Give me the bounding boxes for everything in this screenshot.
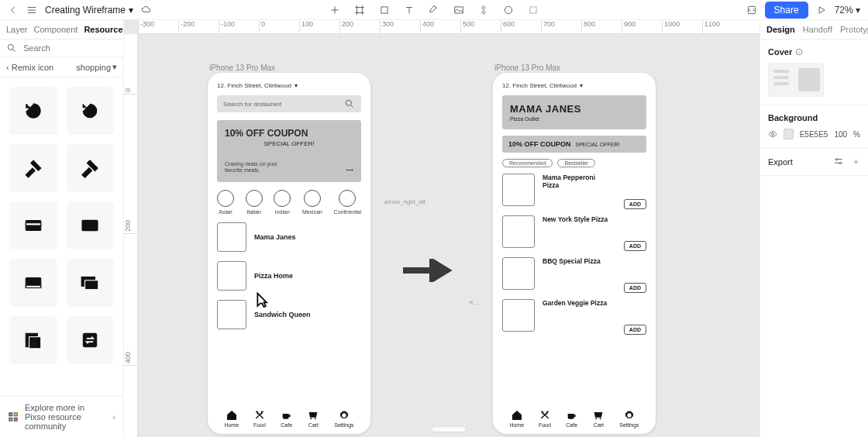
restaurant-subtitle: Pizza Outlet [510,116,639,122]
frame-a[interactable]: 12. Finch Street, Clintwood ▾ Search for… [208,73,370,434]
frame-a-label[interactable]: iPhone 13 Pro Max [209,64,275,72]
address-bar[interactable]: 12. Finch Street, Clintwood ▾ [217,82,361,89]
nav-item-cart[interactable]: Cart [592,409,604,428]
restaurant-header: MAMA JANES Pizza Outlet [502,95,646,129]
svg-rect-20 [9,413,12,416]
restaurant-row[interactable]: Mama Janes [217,222,361,252]
restaurant-row[interactable]: Sandwich Queen [217,300,361,329]
bg-opacity-value[interactable]: 100 [834,130,847,139]
chevron-down-icon: ▾ [294,82,298,89]
category-item[interactable]: Continental [334,190,361,215]
add-button[interactable]: ADD [624,325,646,335]
chevron-right-icon: › [112,412,115,422]
add-button[interactable]: ADD [624,199,646,209]
breadcrumb-back[interactable]: ‹ Remix icon [6,63,53,72]
coupon-banner[interactable]: 10% OFF COUPON SPECIAL OFFER! Craving de… [217,120,361,182]
icon-card-auction-fill[interactable] [9,144,57,192]
nav-item-food[interactable]: Food [539,409,551,428]
tab-design[interactable]: Design [766,25,795,34]
component-tool-icon[interactable] [478,5,489,15]
tab-layer[interactable]: Layer [6,25,28,34]
nav-item-home[interactable]: Home [224,409,239,428]
add-button[interactable]: ADD [624,241,646,251]
icon-card-bankcard-line[interactable] [67,201,115,249]
tab-handoff[interactable]: Handoff [803,25,832,34]
svg-point-2 [505,6,512,13]
tab-resource[interactable]: Resource [84,25,122,34]
nav-item-cafe[interactable]: Cafe [281,409,293,428]
add-export-icon[interactable]: ＋ [852,156,860,167]
svg-rect-10 [83,221,98,231]
icon-card-auction-line[interactable] [67,144,115,192]
icon-card-24h-fill[interactable]: 24 [9,87,57,135]
nav-item-settings[interactable]: Settings [334,409,353,428]
back-icon[interactable] [8,5,19,15]
document-title[interactable]: Creating Wireframe ▾ [45,5,133,15]
nav-item-cart[interactable]: Cart [307,409,319,428]
svg-rect-3 [530,6,536,12]
pen-tool-icon[interactable] [429,5,439,15]
icon-card-coins-fill[interactable]: $ [9,316,57,364]
export-settings-icon[interactable] [833,156,844,167]
svg-point-26 [772,133,774,136]
nav-item-food[interactable]: Food [253,409,266,428]
frame-b-label[interactable]: iPhone 13 Pro Max [494,64,560,72]
icon-card-exchange-fill[interactable] [67,316,115,364]
share-button[interactable]: Share [765,2,808,19]
zoom-level[interactable]: 72% ▾ [835,5,860,15]
text-tool-icon[interactable] [404,5,415,15]
icon-card-bankcard2-fill[interactable] [9,259,57,307]
address-bar[interactable]: 12. Finch Street, Clintwood ▾ [502,82,646,89]
tab-prototype[interactable]: Prototype [840,25,868,34]
restaurant-row[interactable]: Pizza Home [217,261,361,291]
menu-icon[interactable] [26,5,37,15]
slice-tool-icon[interactable] [528,5,539,15]
horizontal-ruler: -300-200-1000100200300400500600700800900… [138,20,760,34]
filter-chip[interactable]: Bestseller [557,159,595,167]
horizontal-scroll-indicator[interactable] [431,426,467,432]
image-tool-icon[interactable] [453,5,464,15]
category-item[interactable]: Indian [274,190,291,215]
ellipse-tool-icon[interactable] [503,5,514,15]
arrow-right-icon: ⟶ [346,167,353,174]
top-toolbar: Creating Wireframe ▾ Share 72% ▾ [0,0,868,20]
icon-card-bankcard-fill[interactable] [9,201,57,249]
right-panel: Design Handoff Prototype Cover Backgroun… [760,20,868,437]
menu-image [502,299,535,332]
nav-item-settings[interactable]: Settings [619,409,639,428]
frame-tool-icon[interactable] [354,5,365,15]
cloud-sync-icon[interactable] [141,5,152,15]
dev-mode-icon[interactable] [746,5,757,15]
resource-footer[interactable]: Explore more in Pixso resource community… [0,396,123,437]
search-field[interactable]: Search for restaurant [217,95,361,112]
add-tool-icon[interactable] [329,5,340,15]
bg-color-hex[interactable]: E5E5E5 [800,130,828,139]
frame-b[interactable]: 12. Finch Street, Clintwood ▾ MAMA JANES… [493,73,656,434]
menu-name: BBQ Special Pizza [542,257,601,265]
nav-item-home[interactable]: Home [509,409,524,428]
shape-tool-icon[interactable] [379,5,390,15]
coupon-footer-text: Craving deals on your favorite meals. [225,161,294,174]
canvas-area[interactable]: -300-200-1000100200300400500600700800900… [124,20,760,437]
info-icon[interactable] [795,48,803,56]
visibility-toggle-icon[interactable] [768,129,777,139]
category-item[interactable]: Mexican [302,190,322,215]
add-button[interactable]: ADD [624,283,646,293]
category-item[interactable]: Italian [246,190,263,215]
filter-chip[interactable]: Recommended [502,159,553,167]
icon-card-cash-fill[interactable]: $ [67,259,115,307]
chevron-down-icon: ▾ [580,82,583,89]
nav-item-cafe[interactable]: Cafe [566,409,578,428]
icon-card-24h-line[interactable]: 24 [67,87,115,135]
menu-row: Mama Pepperoni PizzaADD [502,174,646,206]
coupon-banner-thin[interactable]: 10% OFF COUPON SPECIAL OFFER! [502,136,646,153]
category-item[interactable]: Asian [217,190,234,215]
resource-search-input[interactable] [22,43,132,53]
tab-component[interactable]: Component [34,25,78,34]
left-panel-tabs: Layer Component Resource [0,20,123,40]
breadcrumb-category[interactable]: shopping ▾ [76,62,117,72]
cover-thumbnail[interactable] [768,63,824,97]
bg-color-swatch[interactable] [784,129,794,139]
play-preview-icon[interactable] [816,5,827,15]
vertical-ruler: 0200400 [124,34,138,437]
